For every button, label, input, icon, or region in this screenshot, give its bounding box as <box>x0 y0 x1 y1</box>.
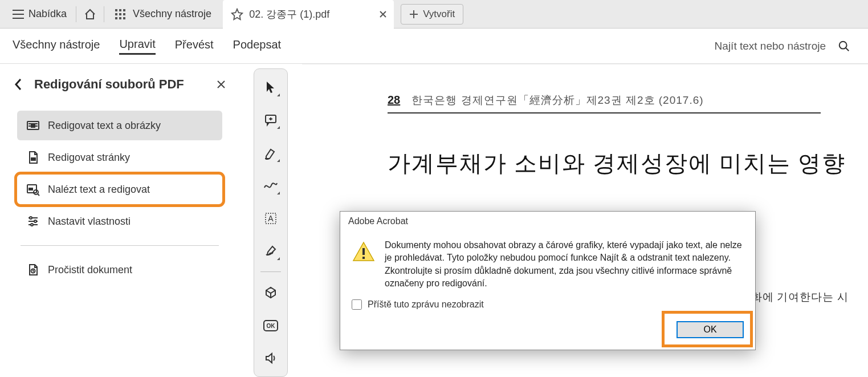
ok-button[interactable]: OK <box>677 321 744 338</box>
audio-tool[interactable] <box>258 346 283 371</box>
text-select-tool[interactable]: A <box>258 206 283 231</box>
tab-edit[interactable]: Upravit <box>119 38 155 55</box>
svg-point-9 <box>840 41 847 48</box>
sidebar-item-label: Nastavit vlastnosti <box>48 216 131 228</box>
sidebar-item-set-properties[interactable]: Nastavit vlastnosti <box>17 206 222 236</box>
svg-rect-2 <box>123 9 125 11</box>
svg-rect-6 <box>115 17 117 19</box>
menu-button[interactable]: Nabídka <box>6 3 74 26</box>
sidebar-item-label: Redigovat stránky <box>48 152 130 164</box>
vertical-toolstrip: A OK <box>254 68 288 377</box>
comment-tool[interactable] <box>258 108 283 133</box>
home-button[interactable] <box>79 3 101 26</box>
redact-text-icon <box>26 119 40 132</box>
svg-text:OK: OK <box>267 323 276 329</box>
find-redact-icon <box>26 183 40 196</box>
sidebar-item-redact-pages[interactable]: Redigovat stránky <box>17 143 222 172</box>
warning-icon <box>352 240 376 264</box>
select-tool[interactable] <box>258 75 283 100</box>
sanitize-icon <box>26 263 40 277</box>
sidebar-item-sanitize-document[interactable]: Pročistit dokument <box>17 255 222 285</box>
sidebar-item-label: Nalézt text a redigovat <box>48 184 150 196</box>
all-tools-tab[interactable]: Všechny nástroje <box>107 3 219 26</box>
divider <box>21 245 219 246</box>
sidebar-item-redact-text-images[interactable]: Redigovat text a obrázky <box>17 111 222 140</box>
tab-title: 02. 강종구 (1).pdf <box>249 7 329 21</box>
draw-tool[interactable] <box>258 173 283 198</box>
svg-rect-12 <box>31 158 35 160</box>
checkbox-label: Příště tuto zprávu nezobrazit <box>368 299 484 310</box>
divider <box>260 271 281 272</box>
svg-rect-26 <box>362 257 365 259</box>
close-panel-button[interactable] <box>213 76 229 92</box>
warning-dialog: Adobe Acrobat Dokumenty mohou obsahovat … <box>340 211 756 350</box>
page-header-text: 한국은행 경제연구원「經濟分析」제23권 제2호 (2017.6) <box>411 93 703 108</box>
home-icon <box>84 8 96 21</box>
properties-icon <box>26 214 40 228</box>
search-icon <box>838 40 850 52</box>
document-tab[interactable]: 02. 강종구 (1).pdf <box>223 0 394 29</box>
ok-stamp-tool[interactable]: OK <box>258 313 283 338</box>
redact-pages-icon <box>26 151 40 164</box>
sidebar-item-label: Pročistit dokument <box>48 264 132 276</box>
dont-show-again-checkbox[interactable] <box>352 299 362 310</box>
all-tools-label: Všechny nástroje <box>133 8 211 20</box>
back-button[interactable] <box>10 74 26 95</box>
second-toolbar: Všechny nástroje Upravit Převést Podepsa… <box>0 29 868 64</box>
svg-point-16 <box>30 217 32 219</box>
sidebar-item-label: Redigovat text a obrázky <box>48 120 161 132</box>
dialog-message: Dokumenty mohou obsahovat obrazy a čárov… <box>385 239 744 290</box>
svg-rect-0 <box>115 9 117 11</box>
svg-point-17 <box>34 220 36 222</box>
hamburger-icon <box>13 10 24 19</box>
tab-close-button[interactable] <box>377 8 389 21</box>
redaction-sidebar: Redigování souborů PDF Redigovat text a … <box>0 64 239 377</box>
tab-sign[interactable]: Podepsat <box>233 38 282 54</box>
sidebar-item-find-and-redact[interactable]: Nalézt text a redigovat <box>17 175 222 204</box>
find-text-or-tools[interactable]: Najít text nebo nástroje <box>715 40 826 52</box>
sign-tool[interactable] <box>258 239 283 264</box>
svg-rect-25 <box>362 248 365 255</box>
svg-rect-14 <box>29 188 32 190</box>
header-rule <box>388 112 821 113</box>
top-toolbar: Nabídka Všechny nástroje 02. 강종구 (1).pdf… <box>0 0 868 29</box>
svg-rect-3 <box>115 13 117 15</box>
svg-rect-1 <box>119 9 121 11</box>
menu-label: Nabídka <box>28 8 67 20</box>
svg-text:A: A <box>268 214 274 223</box>
create-label: Vytvořit <box>423 9 455 20</box>
plus-icon <box>409 10 418 19</box>
page-number: 28 <box>388 94 400 107</box>
svg-rect-5 <box>123 13 125 15</box>
svg-point-18 <box>31 224 33 226</box>
search-button[interactable] <box>833 35 855 58</box>
grid-icon <box>115 9 126 20</box>
dialog-title: Adobe Acrobat <box>340 212 755 231</box>
divider <box>76 6 76 22</box>
3d-tool[interactable] <box>258 280 283 305</box>
tab-all-tools[interactable]: Všechny nástroje <box>13 38 100 54</box>
star-icon[interactable] <box>231 8 243 21</box>
divider <box>104 6 104 22</box>
svg-rect-11 <box>31 125 35 127</box>
tab-convert[interactable]: Převést <box>175 38 214 54</box>
create-button[interactable]: Vytvořit <box>401 4 463 25</box>
highlight-tool[interactable] <box>258 140 283 165</box>
svg-rect-8 <box>123 17 125 19</box>
svg-rect-7 <box>119 17 121 19</box>
document-title: 가계부채가 소비와 경제성장에 미치는 영향 <box>388 148 857 179</box>
panel-title: Redigování souborů PDF <box>34 77 205 92</box>
svg-rect-4 <box>119 13 121 15</box>
